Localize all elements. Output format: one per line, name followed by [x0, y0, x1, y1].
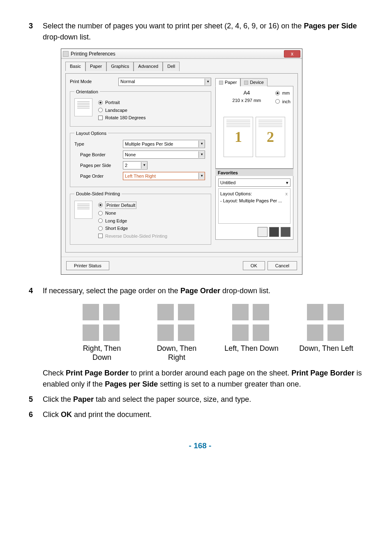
tab-graphics[interactable]: Graphics	[106, 62, 134, 71]
duplex-group: Double-Sided Printing Printer Default No…	[70, 190, 211, 245]
tab-strip: Basic Paper Graphics Advanced Dell	[65, 61, 298, 71]
tab-dell[interactable]: Dell	[163, 62, 180, 71]
close-button[interactable]: x	[284, 50, 300, 58]
step-3-bold: Pages per Side	[304, 22, 357, 30]
panel-tab-paper[interactable]: Paper	[215, 78, 240, 87]
step-3-post: drop-down list.	[43, 33, 91, 41]
dialog-titlebar: Printing Preferences x	[61, 49, 302, 59]
step-5-bold: Paper	[73, 395, 94, 403]
radio-duplex-none-label: None	[105, 210, 116, 217]
chk-rotate-label: Rotate 180 Degrees	[105, 114, 145, 121]
print-mode-combo[interactable]: Normal ▾	[118, 78, 211, 86]
favorites-panel: Untitled ▾ x Layout Options: - Layout: M…	[215, 176, 293, 240]
step-5-post: tab and select the paper source, size, a…	[94, 395, 251, 403]
favorites-header: Favorites	[215, 169, 293, 176]
chevron-down-icon: ▾	[286, 179, 288, 186]
tab-advanced[interactable]: Advanced	[134, 62, 163, 71]
checkbox-icon	[98, 116, 103, 120]
order-label-c: Left, Then Down	[224, 344, 279, 353]
dialog-title: Printing Preferences	[71, 50, 115, 58]
dialog-icon	[63, 51, 69, 57]
step-3-text: Select the number of pages you want to p…	[43, 21, 371, 281]
radio-printer-default[interactable]: Printer Default	[98, 202, 167, 209]
step-5-text: Click the Paper tab and select the paper…	[43, 394, 371, 405]
radio-inch[interactable]: inch	[275, 98, 291, 105]
step-6-post: and print the document.	[72, 410, 152, 419]
paper-size: 210 x 297 mm	[218, 97, 275, 104]
printing-preferences-dialog: Printing Preferences x Basic Paper Graph…	[61, 49, 302, 275]
orientation-group: Orientation Portrait Landscape	[70, 88, 211, 127]
page-order-diagrams: Right, Then Down Down, Then Right Left, …	[57, 304, 371, 362]
chevron-down-icon: ▾	[198, 141, 205, 147]
favorites-line1: Layout Options:	[220, 190, 288, 197]
radio-icon	[98, 108, 103, 112]
printer-status-button[interactable]: Printer Status	[66, 261, 109, 270]
pages-per-side-value: 2	[125, 162, 127, 169]
order-right-then-down: Right, Then Down	[73, 304, 131, 362]
page-order-combo[interactable]: Left Then Right▾	[123, 172, 205, 180]
favorites-line2: - Layout: Multiple Pages Per ...	[220, 197, 288, 204]
radio-portrait-label: Portrait	[105, 99, 120, 106]
tab-paper[interactable]: Paper	[85, 62, 106, 71]
step-3-pre: Select the number of pages you want to p…	[43, 22, 304, 30]
step-6-pre: Click	[43, 410, 61, 419]
panel-tab-device[interactable]: Device	[240, 78, 267, 87]
radio-icon	[98, 226, 103, 231]
device-icon	[244, 81, 248, 85]
layout-type-combo[interactable]: Multiple Pages Per Side▾	[123, 140, 205, 148]
panel-tab-paper-label: Paper	[225, 80, 237, 85]
radio-landscape-label: Landscape	[105, 107, 127, 114]
page-border-combo[interactable]: None▾	[123, 151, 205, 159]
cancel-button[interactable]: Cancel	[267, 261, 297, 270]
preview-page-2: 2	[267, 126, 274, 148]
radio-duplex-none[interactable]: None	[98, 210, 167, 217]
paper-panel: A4 210 x 297 mm mm inch	[215, 86, 293, 169]
radio-long-edge[interactable]: Long Edge	[98, 218, 167, 225]
page-order-value: Left Then Right	[125, 173, 156, 180]
print-mode-value: Normal	[120, 78, 135, 85]
step-4-text: If necessary, select the page order on t…	[43, 285, 371, 297]
radio-long-edge-label: Long Edge	[105, 218, 127, 225]
duplex-legend: Double-Sided Printing	[74, 190, 122, 197]
pages-per-side-combo[interactable]: 2▾	[123, 161, 148, 169]
radio-short-edge-label: Short Edge	[105, 225, 128, 232]
radio-icon	[98, 100, 103, 105]
chevron-down-icon: ▾	[141, 162, 147, 169]
order-label-d: Down, Then Left	[299, 344, 353, 353]
s4ck-b1: Print Page Border	[66, 369, 129, 377]
step-number-6: 6	[29, 409, 43, 420]
favorites-details: x Layout Options: - Layout: Multiple Pag…	[218, 188, 291, 224]
radio-landscape[interactable]: Landscape	[98, 107, 145, 114]
chk-rotate[interactable]: Rotate 180 Degrees	[98, 114, 145, 121]
radio-icon	[98, 211, 103, 215]
radio-mm[interactable]: mm	[275, 90, 291, 97]
radio-icon	[98, 203, 103, 207]
order-left-then-down: Left, Then Down	[223, 304, 280, 362]
favorites-save-icon[interactable]	[258, 227, 267, 237]
paper-icon	[219, 81, 223, 85]
s4ck-mid1: to print a border around each page on th…	[129, 369, 291, 377]
tab-basic[interactable]: Basic	[65, 62, 85, 71]
page-border-value: None	[125, 151, 136, 158]
radio-icon	[275, 91, 280, 95]
favorites-close-icon[interactable]: x	[286, 190, 288, 197]
layout-options-group: Layout Options Type Multiple Pages Per S…	[70, 130, 211, 188]
favorites-icon-3[interactable]	[281, 227, 291, 237]
favorites-combo[interactable]: Untitled ▾	[218, 178, 291, 187]
radio-short-edge[interactable]: Short Edge	[98, 225, 167, 232]
ok-button[interactable]: OK	[243, 261, 265, 270]
step-number-3: 3	[29, 21, 43, 281]
chevron-down-icon: ▾	[198, 173, 205, 179]
order-down-then-left: Down, Then Left	[297, 304, 355, 362]
panel-tab-device-label: Device	[250, 80, 264, 85]
checkbox-icon	[98, 234, 103, 238]
favorites-icon-2[interactable]	[269, 227, 279, 237]
page-order-label: Page Order	[74, 173, 120, 180]
layout-type-label: Type	[74, 141, 120, 148]
step-6-bold: OK	[61, 410, 72, 419]
chevron-down-icon: ▾	[198, 151, 205, 158]
s4ck-b2: Print Page Border	[291, 369, 354, 377]
step-5-pre: Click the	[43, 395, 73, 403]
chk-reverse-duplex: Reverse Double-Sided Printing	[98, 233, 167, 240]
radio-portrait[interactable]: Portrait	[98, 99, 145, 106]
